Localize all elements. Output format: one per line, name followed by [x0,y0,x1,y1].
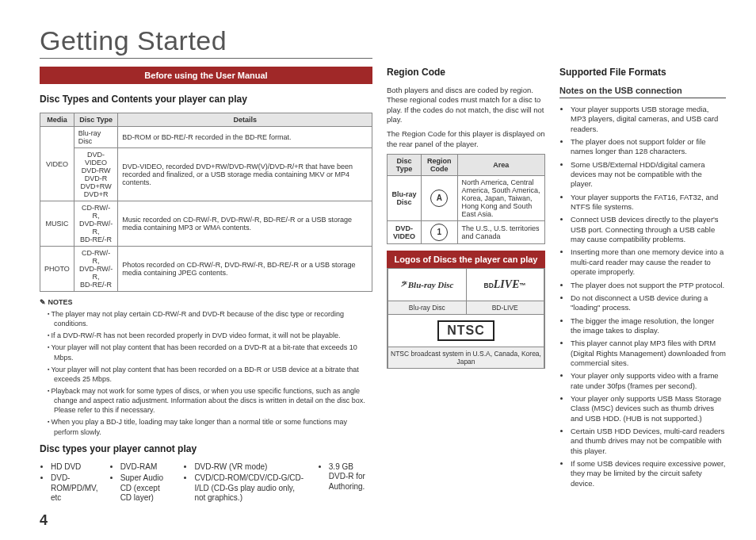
list-item: Connect USB devices directly to the play… [571,215,726,244]
cell-type: DVD-VIDEO DVD-RW DVD-R DVD+RW DVD+R [74,148,118,201]
table-header-row: Disc Type Region Code Area [388,155,545,176]
list-item: Your player supports the FAT16, FAT32, a… [571,193,726,213]
page-title: Getting Started [40,25,372,59]
list-item: DVD-RW (VR mode) [194,462,306,473]
list-item: DVD-RAM [120,462,173,473]
cell-code: 1 [422,221,458,244]
list-item: The player does not support the PTP prot… [571,281,726,290]
cell-type: CD-RW/-R, DVD-RW/-R, BD-RE/-R [74,247,118,292]
th-area: Area [457,155,544,176]
bluray-disc-logo-icon: 𝄢 Blu-ray Disc [390,274,464,296]
cell-details: BD-ROM or BD-RE/-R recorded in the BD-RE… [118,127,372,148]
list-item: Your player only supports video with a f… [571,371,726,391]
ntsc-logo-icon: NTSC [390,320,542,342]
usb-subheading: Notes on the USB connection [559,86,726,98]
list-item: 3.9 GB DVD-R for Authoring. [329,462,372,492]
list-item: Playback may not work for some types of … [48,386,372,415]
formats-heading: Supported File Formats [559,67,726,78]
cell-type: CD-RW/-R, DVD-RW/-R, BD-RE/-R [74,201,118,247]
list-item: Certain USB HDD Devices, multi-card read… [571,427,726,456]
cannot-play-list: HD DVD DVD-ROM/PD/MV, etc DVD-RAM Super … [40,462,372,505]
play-table: Media Disc Type Details VIDEO Blu-ray Di… [40,113,372,292]
list-item: HD DVD [51,462,98,473]
notes-label: NOTES [40,298,372,306]
list-item: CVD/CD-ROM/CDV/CD-G/CD-I/LD (CD-Gs play … [194,473,306,504]
logos-grid: 𝄢 Blu-ray Disc BDLIVE™ Blu-ray Disc BD-L… [387,268,545,369]
list-item: The bigger the image resolution, the lon… [571,316,726,336]
list-item: Inserting more than one memory device in… [571,247,726,277]
region-para-1: Both players and discs are coded by regi… [387,86,545,124]
th-disc-type: Disc Type [388,155,422,176]
cell-type: DVD-VIDEO [388,221,422,244]
cannot-play-heading: Disc types your player cannot play [40,443,372,454]
list-item: If some USB devices require excessive po… [571,459,726,488]
list-item: The player does not support folder or fi… [571,137,726,157]
list-item: Do not disconnect a USB device during a … [571,293,726,313]
table-row: DVD-VIDEO DVD-RW DVD-R DVD+RW DVD+R DVD-… [40,148,372,201]
usb-notes-list: Your player supports USB storage media, … [559,105,726,488]
logo-cell-bluray: 𝄢 Blu-ray Disc [388,269,467,301]
cell-details: Music recorded on CD-RW/-R, DVD-RW/-R, B… [118,201,372,247]
cell-details: DVD-VIDEO, recorded DVD+RW/DVD-RW(V)/DVD… [118,148,372,201]
logo-cell-bdlive: BDLIVE™ [467,269,544,301]
cell-media-music: MUSIC [40,201,74,247]
cell-type: Blu-ray Disc [388,176,422,221]
region-table: Disc Type Region Code Area Blu-ray Disc … [387,154,545,244]
cell-area: North America, Central America, South Am… [457,176,544,221]
list-item: Your player will not play content that h… [48,343,372,362]
logo-caption: Blu-ray Disc [388,301,467,314]
list-item: If a DVD-RW/-R has not been recorded pro… [48,331,372,340]
column-right: Supported File Formats Notes on the USB … [559,67,726,505]
region-1-icon: 1 [430,224,448,241]
th-disc-type: Disc Type [74,113,118,127]
list-item: This player cannot play MP3 files with D… [571,339,726,368]
th-details: Details [118,113,372,127]
logo-cell-ntsc: NTSC [388,315,544,347]
list-item: Your player supports USB storage media, … [571,105,726,134]
list-item: Some USB/External HDD/digital camera dev… [571,160,726,190]
before-using-banner: Before using the User Manual [40,67,372,84]
list-item: Your player only supports USB Mass Stora… [571,394,726,423]
table-row: VIDEO Blu-ray Disc BD-ROM or BD-RE/-R re… [40,127,372,148]
region-code-heading: Region Code [387,67,545,78]
table-row: MUSIC CD-RW/-R, DVD-RW/-R, BD-RE/-R Musi… [40,201,372,247]
logos-banner: Logos of Discs the player can play [387,251,545,268]
region-a-icon: A [430,190,448,207]
page-number: 4 [40,512,48,529]
disc-types-heading: Disc Types and Contents your player can … [40,94,372,105]
column-middle: Region Code Both players and discs are c… [387,67,545,505]
table-row: PHOTO CD-RW/-R, DVD-RW/-R, BD-RE/-R Phot… [40,247,372,292]
table-row: DVD-VIDEO 1 The U.S., U.S. territories a… [388,221,545,244]
cell-area: The U.S., U.S. territories and Canada [457,221,544,244]
th-region-code: Region Code [422,155,458,176]
th-media: Media [40,113,74,127]
list-item: Super Audio CD (except CD layer) [120,473,173,504]
list-item: When you play a BD-J title, loading may … [48,417,372,436]
cell-details: Photos recorded on CD-RW/-R, DVD-RW/-R, … [118,247,372,292]
logo-caption: BD-LIVE [467,301,544,314]
cell-code: A [422,176,458,221]
table-row: Blu-ray Disc A North America, Central Am… [388,176,545,221]
region-para-2: The Region Code for this player is displ… [387,129,545,149]
cell-type: Blu-ray Disc [74,127,118,148]
cell-media-photo: PHOTO [40,247,74,292]
list-item: Your player will not play content that h… [48,365,372,384]
bd-live-logo-icon: BDLIVE™ [468,274,543,296]
table-header-row: Media Disc Type Details [40,113,372,127]
list-item: The player may not play certain CD-RW/-R… [48,309,372,328]
cell-media-video: VIDEO [40,127,74,201]
column-left: Before using the User Manual Disc Types … [40,67,372,505]
list-item: DVD-ROM/PD/MV, etc [51,473,98,504]
notes-list: The player may not play certain CD-RW/-R… [40,309,372,437]
logo-caption: NTSC broadcast system in U.S.A, Canada, … [388,347,544,368]
ntsc-text: NTSC [437,320,494,341]
